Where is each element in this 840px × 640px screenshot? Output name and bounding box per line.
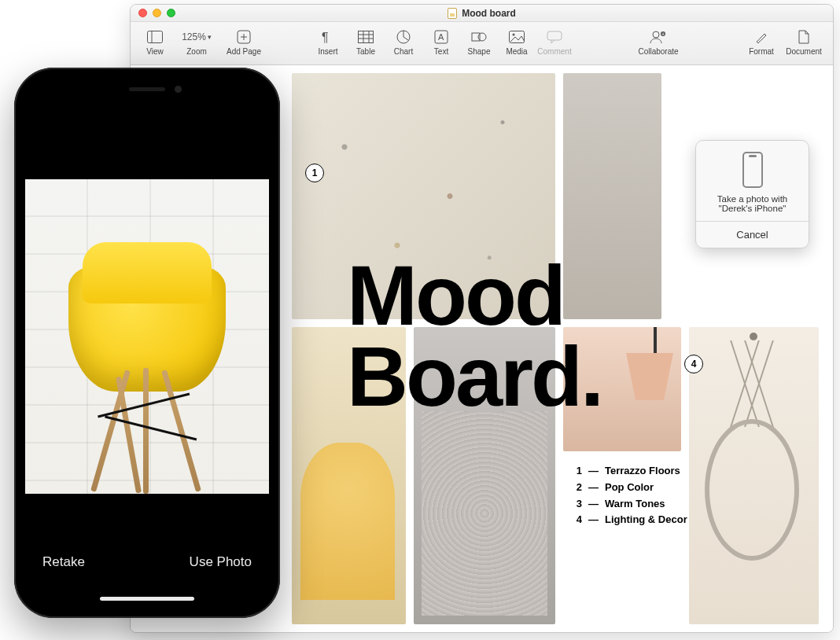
lamp-cord: [654, 327, 657, 355]
format-button[interactable]: Format: [743, 27, 779, 56]
view-button[interactable]: View: [137, 27, 173, 56]
document-icon: [448, 8, 457, 19]
yellow-chair: [68, 234, 226, 494]
camera-bottom-bar: Retake Use Photo: [25, 528, 269, 607]
insert-label: Insert: [318, 47, 337, 56]
comment-label: Comment: [537, 47, 571, 56]
title-line-1: Mood: [347, 256, 602, 337]
insert-button[interactable]: ¶ Insert: [310, 27, 346, 56]
text-button[interactable]: A Text: [423, 27, 459, 56]
close-icon[interactable]: [138, 9, 147, 17]
minimize-icon[interactable]: [153, 9, 161, 17]
comment-button[interactable]: Comment: [536, 27, 573, 56]
zoom-label: Zoom: [186, 47, 207, 56]
brush-icon: [754, 27, 768, 47]
svg-rect-6: [359, 31, 374, 43]
mirror-ring: [705, 419, 799, 561]
pilcrow-icon: ¶: [322, 27, 334, 47]
marker-1: 1: [305, 164, 324, 182]
chart-button[interactable]: Chart: [385, 27, 422, 56]
legend-row: 1—Terrazzo Floors: [571, 463, 687, 480]
traffic-lights: [138, 9, 175, 17]
use-photo-button[interactable]: Use Photo: [190, 554, 252, 570]
text-label: Text: [434, 47, 448, 56]
shape-button[interactable]: Shape: [461, 27, 497, 56]
svg-text:A: A: [438, 32, 444, 42]
view-label: View: [146, 47, 164, 56]
legend-row: 3—Warm Tones: [571, 496, 687, 513]
legend-row: 4—Lighting & Decor: [571, 512, 687, 528]
comment-icon: [547, 27, 562, 47]
document-label: Document: [786, 47, 822, 56]
collaborate-button[interactable]: + Collaborate: [631, 27, 686, 56]
document-button[interactable]: Document: [781, 27, 827, 56]
popover-text-line1: Take a photo with: [704, 194, 801, 204]
toolbar: View 125%▾ Zoom Add Page ¶ Insert Table …: [131, 22, 833, 65]
popover-text-line2: "Derek's iPhone": [704, 204, 801, 213]
title-line-2: Board.: [347, 337, 602, 417]
zoom-icon[interactable]: [167, 9, 175, 17]
media-label: Media: [506, 47, 527, 56]
mirror-hook: [750, 333, 757, 340]
iphone-notch: [84, 79, 210, 101]
sidebar-icon: [147, 27, 163, 47]
continuity-camera-popover: Take a photo with "Derek's iPhone" Cance…: [695, 140, 809, 248]
table-label: Table: [356, 47, 375, 56]
chart-icon: [396, 27, 411, 47]
table-icon: [358, 27, 374, 47]
add-page-label: Add Page: [227, 47, 261, 56]
svg-rect-18: [547, 31, 562, 40]
svg-text:¶: ¶: [322, 31, 329, 44]
text-icon: A: [434, 27, 448, 47]
chevron-down-icon: ▾: [208, 33, 212, 41]
collaborate-icon: +: [650, 27, 667, 47]
marker-4: 4: [684, 355, 703, 373]
fur-shape: [422, 411, 547, 616]
svg-rect-0: [148, 31, 163, 43]
iphone-device: Retake Use Photo: [14, 68, 280, 618]
media-button[interactable]: Media: [499, 27, 535, 56]
iphone-screen: Retake Use Photo: [25, 79, 269, 607]
iphone-icon: [742, 152, 763, 188]
legend-row: 2—Pop Color: [571, 480, 687, 496]
plus-page-icon: [237, 27, 251, 47]
shape-label: Shape: [468, 47, 491, 56]
format-label: Format: [749, 47, 774, 56]
zoom-value: 125%▾: [182, 27, 212, 47]
page-title[interactable]: Mood Board.: [347, 256, 602, 417]
legend: 1—Terrazzo Floors 2—Pop Color 3—Warm Ton…: [571, 463, 687, 528]
armchair-shape: [300, 443, 395, 600]
table-button[interactable]: Table: [348, 27, 384, 56]
zoom-button[interactable]: 125%▾ Zoom: [175, 27, 219, 56]
retake-button[interactable]: Retake: [42, 554, 85, 570]
camera-preview: [25, 179, 269, 494]
collaborate-label: Collaborate: [638, 47, 678, 56]
svg-text:+: +: [661, 31, 665, 37]
media-icon: [509, 27, 525, 47]
add-page-button[interactable]: Add Page: [220, 27, 267, 56]
window-title: Mood board: [462, 8, 516, 19]
titlebar: Mood board: [131, 5, 833, 22]
chart-label: Chart: [394, 47, 413, 56]
home-indicator[interactable]: [100, 597, 194, 601]
svg-point-17: [513, 34, 515, 36]
shape-icon: [471, 27, 487, 47]
cancel-button[interactable]: Cancel: [696, 221, 809, 248]
svg-point-19: [653, 31, 659, 38]
document-icon: [798, 27, 809, 47]
